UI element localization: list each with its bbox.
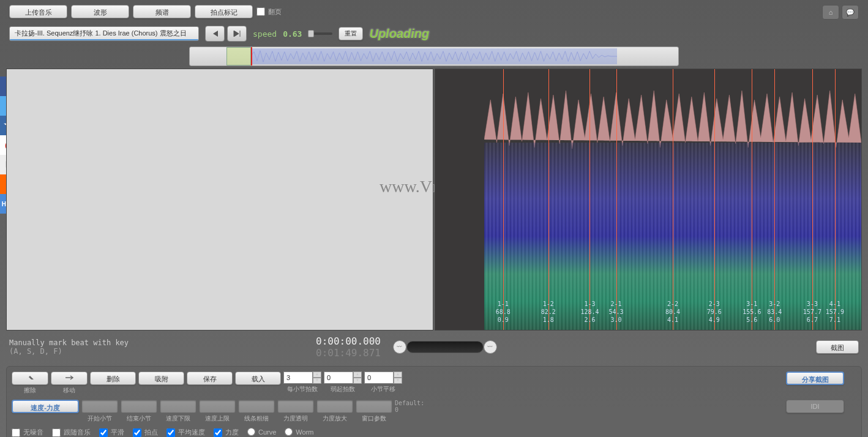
beat-label: 4-1157.97.1: [826, 300, 844, 324]
snap-button[interactable]: 吸附: [138, 372, 184, 385]
spinner-down[interactable]: ▼: [394, 378, 402, 384]
beat-line[interactable]: [835, 69, 836, 330]
beat-line[interactable]: [774, 69, 775, 330]
info-row: Manually mark beat with key (A, S, D, F)…: [0, 332, 868, 362]
beat-label: 2-154.33.0: [609, 300, 624, 324]
prev-track-button[interactable]: [205, 26, 225, 42]
waveform-button[interactable]: 波形: [71, 5, 129, 18]
beat-line[interactable]: [589, 69, 590, 330]
page-flip-label: 翻页: [268, 7, 282, 17]
spinner-up[interactable]: ▲: [353, 372, 362, 378]
beats-per-bar-input[interactable]: [283, 372, 313, 384]
minimap-cursor[interactable]: [251, 47, 252, 66]
left-panel[interactable]: www.Vmus.net: [6, 69, 433, 331]
start-bar-input[interactable]: [81, 400, 118, 413]
speed-slider[interactable]: [308, 32, 332, 35]
minimap[interactable]: [189, 47, 679, 66]
upload-music-button[interactable]: 上传音乐: [9, 5, 67, 18]
idi-button[interactable]: IDI: [786, 400, 844, 413]
pickup-beats-input[interactable]: [324, 372, 353, 384]
tempo-high-input[interactable]: [199, 400, 236, 413]
erase-label: 擦除: [24, 386, 36, 395]
move-button[interactable]: [51, 372, 88, 385]
line-width-input[interactable]: [238, 400, 275, 413]
dyn-alpha-input[interactable]: [277, 400, 314, 413]
hint-line2: (A, S, D, F): [9, 347, 316, 356]
corner-icons: ⌂ 💬: [822, 5, 859, 20]
tempo-low-input[interactable]: [160, 400, 196, 413]
beat-label: 2-379.64.9: [707, 300, 722, 324]
avg-tempo-checkbox[interactable]: 平均速度: [166, 428, 205, 437]
beat-label: 3-283.46.0: [767, 300, 782, 324]
time-total: 0:01:49.871: [316, 347, 381, 359]
beat-label: 3-1155.65.6: [743, 300, 761, 324]
load-button[interactable]: 载入: [235, 372, 281, 385]
beats-per-bar-label: 每小节拍数: [287, 385, 318, 394]
spinner-up[interactable]: ▲: [313, 372, 321, 378]
smooth-checkbox[interactable]: 平滑: [99, 428, 124, 437]
bar-offset-input[interactable]: [364, 372, 394, 384]
top-toolbar: 上传音乐 波形 频谱 拍点标记 翻页 ⌂ 💬: [0, 0, 868, 23]
beat-line[interactable]: [616, 69, 617, 330]
follow-checkbox[interactable]: 跟随音乐: [52, 428, 91, 437]
beat-mark-button[interactable]: 拍点标记: [195, 5, 253, 18]
beat-line[interactable]: [752, 69, 752, 330]
track-row: 卡拉扬-III. Sequenz继抒咏 1. Dies Irae (Chorus…: [0, 23, 868, 44]
play-button[interactable]: [227, 26, 247, 42]
forum-icon[interactable]: 💬: [842, 5, 859, 20]
bottom-controls: 擦除 移动 删除 吸附 保存 载入 ▲▼ 每小节拍数 ▲▼ 弱起拍数: [6, 366, 862, 437]
beat-line[interactable]: [812, 69, 813, 330]
spectrogram-waveform: 1-168.80.91-282.21.81-3128.42.62-154.33.…: [484, 69, 861, 330]
beat-line[interactable]: [503, 69, 504, 330]
jog-left-icon[interactable]: 〰: [393, 340, 406, 354]
bar-offset-label: 小节平移: [371, 385, 395, 394]
beat-line[interactable]: [673, 69, 673, 330]
page-flip-input[interactable]: [256, 7, 265, 16]
move-label: 移动: [63, 386, 75, 395]
beat-label: 1-168.80.9: [496, 300, 511, 324]
hint-line1: Manually mark beat with key: [9, 338, 316, 347]
right-panel[interactable]: 1-168.80.91-282.21.81-3128.42.62-154.33.…: [435, 69, 862, 331]
beat-label: 1-3128.42.6: [580, 300, 599, 324]
share-screenshot-button[interactable]: 分享截图: [786, 372, 844, 385]
erase-button[interactable]: [12, 372, 48, 385]
beat-label: 1-282.21.8: [541, 300, 556, 324]
beat-line[interactable]: [548, 69, 549, 330]
beat-label: 2-280.44.1: [665, 300, 680, 324]
home-icon[interactable]: ⌂: [822, 5, 839, 20]
main-area: www.Vmus.net 1-168.80.91-282.21.81-3128.…: [6, 69, 862, 331]
dynamics-checkbox[interactable]: 力度: [214, 428, 239, 437]
window-params-input[interactable]: [356, 400, 392, 413]
speed-value: 0.63: [283, 29, 302, 39]
dyn-zoom-input[interactable]: [316, 400, 353, 413]
beat-checkbox[interactable]: 拍点: [133, 428, 158, 437]
screenshot-button[interactable]: 截图: [816, 340, 859, 354]
minimap-selection[interactable]: [226, 47, 251, 65]
delete-button[interactable]: 删除: [90, 372, 136, 385]
default-label: Default: 0: [395, 400, 424, 413]
time-current: 0:00:00.000: [316, 335, 381, 347]
no-noise-checkbox[interactable]: 无噪音: [12, 428, 43, 437]
jog-wheel[interactable]: 〰 〰: [393, 339, 497, 355]
tempo-dynamics-button[interactable]: 速度-力度: [12, 400, 79, 413]
reset-speed-button[interactable]: 重置: [339, 27, 363, 40]
jog-right-icon[interactable]: 〰: [484, 340, 497, 354]
save-button[interactable]: 保存: [187, 372, 233, 385]
beat-label: 3-3157.76.7: [803, 300, 821, 324]
minimap-waveform: [251, 48, 617, 64]
track-title[interactable]: 卡拉扬-III. Sequenz继抒咏 1. Dies Irae (Chorus…: [9, 26, 199, 41]
spinner-down[interactable]: ▼: [353, 378, 362, 384]
beat-line[interactable]: [714, 69, 715, 330]
spectrum-button[interactable]: 频谱: [133, 5, 191, 18]
curve-radio[interactable]: Curve: [247, 428, 276, 436]
uploading-status: Uploading: [369, 27, 429, 41]
pickup-beats-label: 弱起拍数: [331, 385, 355, 394]
spinner-down[interactable]: ▼: [313, 378, 321, 384]
page-flip-checkbox[interactable]: 翻页: [256, 7, 282, 17]
speed-label: speed: [253, 29, 277, 39]
spinner-up[interactable]: ▲: [394, 372, 402, 378]
worm-radio[interactable]: Worm: [285, 428, 313, 436]
end-bar-input[interactable]: [121, 400, 157, 413]
